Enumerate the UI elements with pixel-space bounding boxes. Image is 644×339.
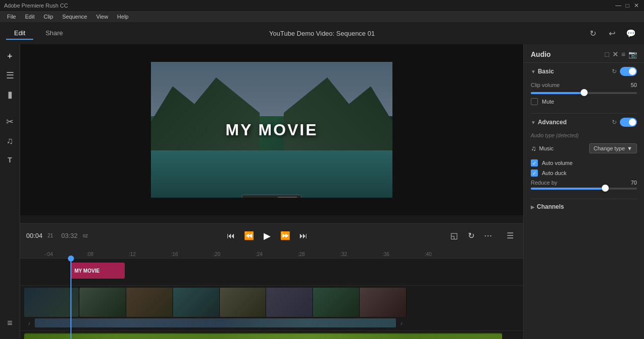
advanced-toggle[interactable] <box>620 118 637 127</box>
menu-clip[interactable]: Clip <box>40 13 57 21</box>
loop-button[interactable]: ↻ <box>464 229 478 243</box>
panel-icon-1[interactable]: □ <box>605 50 609 58</box>
channels-section-header[interactable]: ▶ Channels <box>524 199 644 214</box>
ruler-mark-1: -:04 <box>44 251 53 257</box>
close-button[interactable]: ✕ <box>633 2 640 9</box>
sidebar-add-button[interactable]: + <box>2 48 18 64</box>
more-button[interactable]: ⋯ <box>481 229 495 243</box>
clip-volume-row: Clip volume 50 <box>531 82 637 88</box>
playback-controls: 00:04 21 03:32 oz ⏮ ⏪ ▶ ⏩ ⏭ ◱ ↻ ⋯ ☰ <box>20 223 523 247</box>
menu-help[interactable]: Help <box>113 13 133 21</box>
ruler-mark-8: :32 <box>340 251 347 257</box>
titlebar-controls[interactable]: — □ ✕ <box>615 2 640 9</box>
titlebar-left: Adobe Premiere Rush CC <box>4 3 68 9</box>
play-button[interactable]: ▶ <box>260 229 274 243</box>
undo-icon[interactable]: ↩ <box>605 26 619 40</box>
basic-section-actions: ↻ <box>612 67 637 76</box>
clip-volume-thumb[interactable] <box>581 89 588 96</box>
channels-chevron-icon: ▶ <box>531 204 535 210</box>
advanced-reset-icon[interactable]: ↻ <box>612 119 617 126</box>
menubar: File Edit Clip Sequence View Help <box>0 11 644 22</box>
basic-section-header[interactable]: ▼ Basic ↻ <box>524 63 644 80</box>
channels-label: Channels <box>537 203 564 210</box>
change-type-button[interactable]: Change type ▼ <box>589 143 637 153</box>
panel-icon-2[interactable]: ✕ <box>612 50 618 58</box>
left-sidebar: + ☰ ▮ ✂ ♫ T ≡ <box>0 44 20 339</box>
ruler-mark-7: :28 <box>298 251 305 257</box>
maximize-button[interactable]: □ <box>624 2 631 9</box>
auto-duck-check-icon: ✓ <box>532 171 536 176</box>
music-waveform-bg <box>24 333 502 339</box>
advanced-section-actions: ↻ <box>612 118 637 127</box>
settings-button[interactable]: ☰ <box>503 229 517 243</box>
advanced-chevron-icon: ▼ <box>531 120 536 125</box>
panel-icon-4[interactable]: 📷 <box>628 50 637 58</box>
rewind-button[interactable]: ⏪ <box>242 229 256 243</box>
audio-type-left: ♫ Music <box>531 144 553 152</box>
reduce-by-thumb[interactable] <box>602 185 609 192</box>
skip-forward-button[interactable]: ⏭ <box>296 229 310 243</box>
menu-edit[interactable]: Edit <box>21 13 39 21</box>
sidebar-audio-button[interactable]: ♫ <box>2 133 18 149</box>
reduce-by-fill <box>531 188 605 190</box>
clip-volume-track <box>531 92 637 94</box>
reduce-by-value: 70 <box>631 180 637 186</box>
refresh-icon[interactable]: ↻ <box>586 26 600 40</box>
panel-header: Audio □ ✕ ≡ 📷 <box>524 44 644 63</box>
clip-volume-value: 50 <box>631 82 637 88</box>
audio-type-row: ♫ Music Change type ▼ <box>531 141 637 155</box>
fullscreen-button[interactable]: ◱ <box>447 229 461 243</box>
sidebar-cut-button[interactable]: ✂ <box>2 114 18 130</box>
tooltip-action: Play/Pause <box>247 197 275 198</box>
sidebar-files-button[interactable]: ▮ <box>2 87 18 103</box>
title-clip[interactable]: MY MOVIE <box>70 263 125 279</box>
current-frame: 21 <box>48 233 53 238</box>
skip-back-button[interactable]: ⏮ <box>224 229 238 243</box>
panel-header-icons: □ ✕ ≡ 📷 <box>605 50 637 58</box>
mute-checkbox[interactable] <box>531 98 538 105</box>
auto-volume-label: Auto volume <box>542 160 573 166</box>
video-clip-main[interactable] <box>79 288 407 317</box>
audio-waveform: ♪ ♪ <box>24 318 407 327</box>
reduce-by-slider[interactable] <box>531 188 637 190</box>
total-frame: oz <box>83 233 88 238</box>
ruler-mark-5: :20 <box>213 251 220 257</box>
sidebar-home-button[interactable]: ☰ <box>2 67 18 83</box>
appbar: Edit Share YouTube Demo Video: Sequence … <box>0 22 644 44</box>
fast-forward-button[interactable]: ⏩ <box>278 229 292 243</box>
menu-view[interactable]: View <box>92 13 112 21</box>
menu-file[interactable]: File <box>3 13 20 21</box>
reduce-by-label: Reduce by <box>531 180 557 186</box>
track-area: MY MOVIE <box>20 259 523 339</box>
clip-volume-slider[interactable] <box>531 92 637 94</box>
panel-title: Audio <box>531 50 551 58</box>
current-time: 00:04 <box>26 232 43 239</box>
sidebar-menu-button[interactable]: ≡ <box>2 315 18 331</box>
basic-reset-icon[interactable]: ↻ <box>612 68 617 75</box>
main-area: MY MOVIE Play/Pause Space 00:04 21 03:32… <box>20 44 523 339</box>
audio-type-label: Music <box>539 145 554 151</box>
mute-label: Mute <box>542 99 554 105</box>
timeline: -:04 :08 :12 :16 :20 :24 :28 :32 :36 :40… <box>20 247 523 339</box>
advanced-section-header[interactable]: ▼ Advanced ↻ <box>524 114 644 131</box>
sidebar-text-button[interactable]: T <box>2 152 18 168</box>
tab-share[interactable]: Share <box>37 27 71 40</box>
auto-volume-check-icon: ✓ <box>532 160 536 166</box>
video-preview[interactable]: MY MOVIE Play/Pause Space <box>151 62 392 198</box>
ruler-mark-4: :16 <box>171 251 178 257</box>
playhead-head <box>68 256 74 262</box>
clip-volume-fill <box>531 92 584 94</box>
menu-sequence[interactable]: Sequence <box>58 13 92 21</box>
basic-toggle[interactable] <box>620 67 637 76</box>
app-name: Adobe Premiere Rush CC <box>4 3 68 9</box>
advanced-section-title: Advanced <box>538 119 567 126</box>
title-clip-label: MY MOVIE <box>74 268 100 274</box>
auto-duck-checkbox[interactable]: ✓ <box>531 170 538 177</box>
play-pause-tooltip: Play/Pause Space <box>242 195 302 198</box>
tab-edit[interactable]: Edit <box>6 27 33 40</box>
playhead[interactable] <box>70 259 71 339</box>
comment-icon[interactable]: 💬 <box>624 26 638 40</box>
auto-volume-checkbox[interactable]: ✓ <box>531 159 538 166</box>
panel-icon-3[interactable]: ≡ <box>621 50 625 58</box>
minimize-button[interactable]: — <box>615 2 622 9</box>
